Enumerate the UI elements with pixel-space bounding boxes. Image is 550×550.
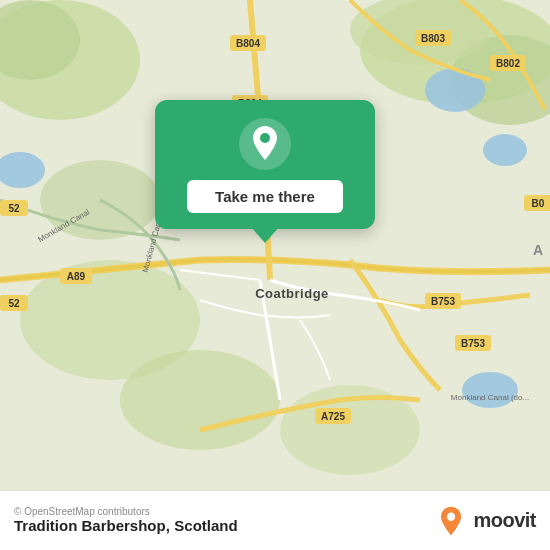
svg-text:A725: A725 [321,411,345,422]
place-subtitle: Scotland [174,517,237,534]
svg-text:Coatbridge: Coatbridge [255,286,329,301]
svg-text:A89: A89 [67,271,86,282]
svg-point-9 [462,372,518,408]
svg-point-43 [447,512,455,520]
svg-text:B803: B803 [421,33,445,44]
location-pin-icon [239,118,291,170]
svg-text:B753: B753 [431,296,455,307]
place-name: Tradition Barbershop, [14,517,170,534]
svg-text:52: 52 [8,203,20,214]
place-info: Tradition Barbershop, Scotland [14,517,238,535]
popup-card: Take me there [155,100,375,229]
svg-text:52: 52 [8,298,20,309]
svg-text:B802: B802 [496,58,520,69]
svg-text:B753: B753 [461,338,485,349]
svg-text:Monkland Canal (do...: Monkland Canal (do... [451,393,529,402]
svg-text:A: A [533,242,543,258]
bottom-bar: © OpenStreetMap contributors Tradition B… [0,490,550,550]
take-me-there-button[interactable]: Take me there [187,180,343,213]
svg-point-42 [260,133,270,143]
moovit-logo: moovit [435,505,536,537]
svg-text:B804: B804 [236,38,260,49]
map-container: B804 B804 B803 B802 A89 B753 B753 A725 5… [0,0,550,490]
svg-text:B0: B0 [532,198,545,209]
svg-point-8 [483,134,527,166]
svg-point-11 [120,350,280,450]
bottom-left-info: © OpenStreetMap contributors Tradition B… [14,506,238,535]
moovit-brand-text: moovit [473,509,536,532]
map-attribution: © OpenStreetMap contributors [14,506,238,517]
map-background: B804 B804 B803 B802 A89 B753 B753 A725 5… [0,0,550,490]
moovit-pin-icon [435,505,467,537]
